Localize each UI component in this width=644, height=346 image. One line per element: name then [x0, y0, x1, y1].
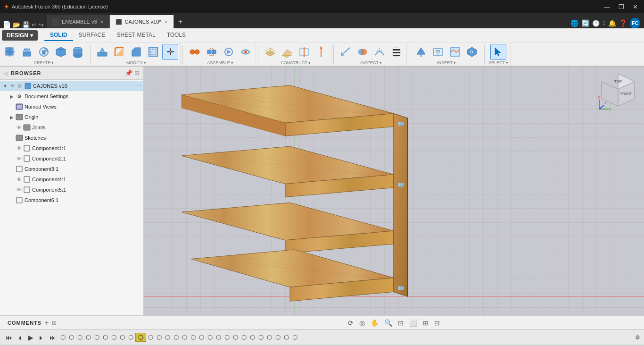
settings-gear-btn[interactable]: ⚙	[635, 334, 640, 341]
bottom-tool-22[interactable]: ⬡	[248, 333, 256, 341]
tree-origin[interactable]: ▶ Origin	[7, 112, 143, 122]
tree-named-views[interactable]: ▶ Named Views	[7, 101, 143, 112]
undo-icon[interactable]: ↩	[32, 21, 37, 28]
bottom-tool-9[interactable]: ⬡	[127, 333, 135, 341]
bottom-tool-7[interactable]: ⬡	[110, 333, 118, 341]
measure-icon[interactable]	[338, 44, 354, 60]
drive-joints-icon[interactable]	[221, 44, 237, 60]
zoom-icon[interactable]: 🔍	[383, 319, 394, 327]
joints-visibility[interactable]: 👁	[15, 125, 23, 130]
bottom-tool-4[interactable]: ⬡	[84, 333, 92, 341]
motion-link-icon[interactable]	[238, 44, 254, 60]
root-settings[interactable]: ⚙	[16, 83, 24, 89]
zoom-fit-icon[interactable]: ⊡	[396, 319, 405, 327]
pan-icon[interactable]: ✋	[369, 319, 380, 327]
anim-next-btn[interactable]: ⏵	[36, 333, 47, 342]
bottom-tool-active[interactable]: ⬡	[135, 333, 146, 342]
clock-icon[interactable]: 🕐	[592, 20, 600, 27]
bottom-tool-19[interactable]: ⬡	[223, 333, 231, 341]
bottom-tool-11[interactable]: ⬡	[155, 333, 163, 341]
inspect-icon4[interactable]	[388, 44, 405, 60]
select-label[interactable]: SELECT ▾	[488, 60, 508, 65]
assemble-label[interactable]: ASSEMBLE ▾	[207, 60, 233, 65]
bottom-tool-23[interactable]: ⬡	[257, 333, 265, 341]
insert-svg-icon[interactable]	[430, 44, 446, 60]
bottom-tool-14[interactable]: ⬡	[181, 333, 189, 341]
bottom-tool-25[interactable]: ⬡	[274, 333, 282, 341]
anim-rewind-btn[interactable]: ⏮	[4, 333, 14, 342]
minimize-btn[interactable]: —	[602, 2, 612, 11]
bottom-tool-26[interactable]: ⬡	[282, 333, 290, 341]
bottom-tool-1[interactable]: ⬡	[59, 333, 67, 341]
comp5-visibility[interactable]: 👁	[15, 187, 23, 193]
bottom-tool-18[interactable]: ⬡	[215, 333, 223, 341]
inspect-label[interactable]: INSPECT ▾	[360, 60, 382, 65]
bottom-tool-21[interactable]: ⬡	[240, 333, 248, 341]
tree-component2[interactable]: ▶ 👁 Component2:1	[7, 153, 143, 164]
tree-doc-settings[interactable]: ▶ ⚙ Document Settings	[7, 91, 143, 101]
tree-component3[interactable]: ▶ Component3:1	[7, 164, 143, 174]
bottom-tool-5[interactable]: ⬡	[93, 333, 101, 341]
user-avatar[interactable]: FC	[630, 18, 640, 28]
select-icon[interactable]	[490, 44, 506, 60]
insert-mesh-icon[interactable]	[413, 44, 429, 60]
root-visibility[interactable]: 👁	[8, 83, 16, 89]
tab-solid[interactable]: SOLID	[44, 30, 73, 41]
tab-sheet-metal[interactable]: SHEET METAL	[111, 30, 161, 41]
modify-label[interactable]: MODIFY ▾	[126, 60, 146, 65]
grid-icon[interactable]: ⊞	[421, 319, 430, 327]
tree-joints[interactable]: ▶ 👁 Joints	[7, 122, 143, 133]
online-icon[interactable]: 🌐	[570, 19, 578, 27]
move-icon[interactable]: ✛	[162, 44, 178, 60]
refresh-icon[interactable]: 🔄	[581, 19, 589, 27]
comp1-visibility[interactable]: 👁	[15, 145, 23, 151]
browser-pin-icon[interactable]: 📌	[125, 69, 132, 76]
bottom-tool-10[interactable]: ⬡	[147, 333, 155, 341]
decal-icon[interactable]: D	[464, 44, 480, 60]
tab-ensamble-close[interactable]: ✕	[100, 19, 104, 25]
bottom-tool-20[interactable]: ⬡	[231, 333, 239, 341]
new-component-icon[interactable]	[2, 44, 18, 60]
viewport[interactable]: TOP FRONT Z Y X	[144, 67, 644, 315]
redo-icon[interactable]: ↪	[39, 21, 44, 28]
anim-prev-btn[interactable]: ⏴	[15, 333, 25, 342]
comp2-visibility[interactable]: 👁	[15, 156, 23, 161]
extrude-icon[interactable]	[19, 44, 35, 60]
orbit-icon[interactable]: ⟳	[347, 319, 355, 327]
comments-expand-btn[interactable]: ⊞	[52, 320, 57, 326]
bottom-tool-17[interactable]: ⬡	[206, 333, 214, 341]
fillet-icon[interactable]	[111, 44, 127, 60]
new-tab-button[interactable]: +	[174, 15, 187, 28]
bell-icon[interactable]: 🔔	[608, 19, 616, 27]
box-icon[interactable]	[53, 44, 69, 60]
revolve-icon[interactable]	[36, 44, 52, 60]
insert-label[interactable]: INSERT ▾	[437, 60, 456, 65]
plane-angle-icon[interactable]	[279, 44, 295, 60]
axis-icon[interactable]	[313, 44, 329, 60]
tab-ensamble[interactable]: ⬛ ENSAMBLE v3 ✕	[47, 15, 110, 28]
view-cube[interactable]: TOP FRONT Z Y X	[597, 71, 639, 114]
inspect-icon2[interactable]	[355, 44, 371, 60]
help-icon[interactable]: ❓	[619, 19, 627, 27]
chamfer-icon[interactable]	[128, 44, 144, 60]
anim-skip-btn[interactable]: ⏭	[48, 333, 58, 342]
close-btn[interactable]: ✕	[630, 2, 640, 11]
root-extra-btn[interactable]: ⋯	[136, 83, 141, 89]
tree-component4[interactable]: ▶ 👁 Component4:1	[7, 174, 143, 185]
toolbar-save-icon[interactable]: 💾	[22, 21, 30, 28]
bottom-tool-12[interactable]: ⬡	[164, 333, 172, 341]
browser-expand-icon[interactable]: ⊞	[134, 69, 140, 76]
tree-sketches[interactable]: ▶ Sketches	[7, 133, 143, 143]
display-settings-icon[interactable]: ⊟	[433, 319, 441, 327]
inspect-icon3[interactable]	[372, 44, 388, 60]
view-mode-icon[interactable]: ⬜	[408, 319, 419, 327]
comments-add-btn[interactable]: +	[44, 319, 49, 327]
press-pull-icon[interactable]	[94, 44, 110, 60]
tab-surface[interactable]: SURFACE	[73, 30, 111, 41]
bottom-tool-6[interactable]: ⬡	[101, 333, 109, 341]
cylinder-icon[interactable]	[70, 44, 86, 60]
bottom-tool-16[interactable]: ⬡	[198, 333, 206, 341]
tree-component1[interactable]: ▶ 👁 Component1:1	[7, 143, 143, 153]
bottom-tool-2[interactable]: ⬡	[67, 333, 75, 341]
bottom-tool-8[interactable]: ⬡	[118, 333, 126, 341]
